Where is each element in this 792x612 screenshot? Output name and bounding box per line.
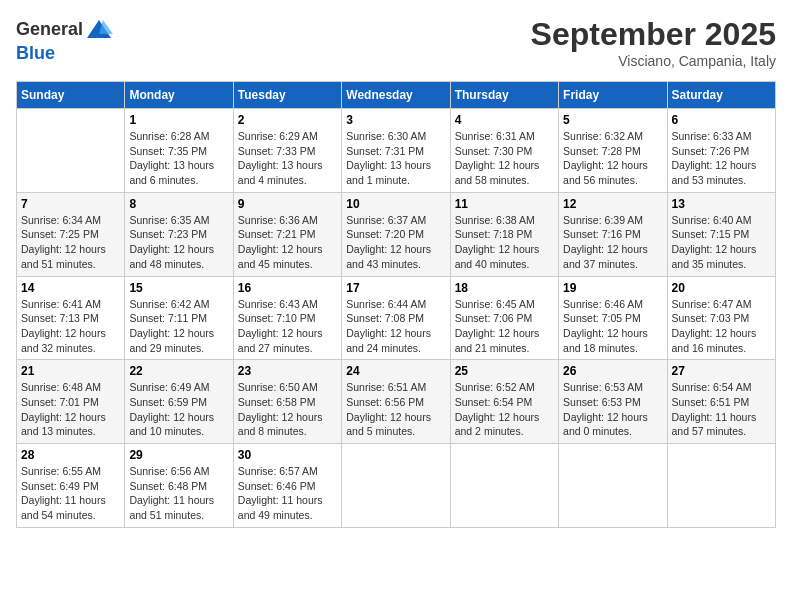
day-number: 28 — [21, 448, 120, 462]
calendar-week-row: 14Sunrise: 6:41 AM Sunset: 7:13 PM Dayli… — [17, 276, 776, 360]
day-info: Sunrise: 6:36 AM Sunset: 7:21 PM Dayligh… — [238, 213, 337, 272]
day-number: 6 — [672, 113, 771, 127]
day-info: Sunrise: 6:47 AM Sunset: 7:03 PM Dayligh… — [672, 297, 771, 356]
day-number: 8 — [129, 197, 228, 211]
day-number: 24 — [346, 364, 445, 378]
day-info: Sunrise: 6:33 AM Sunset: 7:26 PM Dayligh… — [672, 129, 771, 188]
day-number: 20 — [672, 281, 771, 295]
day-info: Sunrise: 6:48 AM Sunset: 7:01 PM Dayligh… — [21, 380, 120, 439]
logo-general: General — [16, 20, 83, 40]
day-info: Sunrise: 6:55 AM Sunset: 6:49 PM Dayligh… — [21, 464, 120, 523]
calendar-cell: 27Sunrise: 6:54 AM Sunset: 6:51 PM Dayli… — [667, 360, 775, 444]
page-header: General Blue September 2025 Visciano, Ca… — [16, 16, 776, 69]
calendar-cell: 29Sunrise: 6:56 AM Sunset: 6:48 PM Dayli… — [125, 444, 233, 528]
day-number: 19 — [563, 281, 662, 295]
day-info: Sunrise: 6:44 AM Sunset: 7:08 PM Dayligh… — [346, 297, 445, 356]
calendar-cell: 10Sunrise: 6:37 AM Sunset: 7:20 PM Dayli… — [342, 192, 450, 276]
day-info: Sunrise: 6:56 AM Sunset: 6:48 PM Dayligh… — [129, 464, 228, 523]
calendar-table: SundayMondayTuesdayWednesdayThursdayFrid… — [16, 81, 776, 528]
calendar-cell: 18Sunrise: 6:45 AM Sunset: 7:06 PM Dayli… — [450, 276, 558, 360]
calendar-cell: 12Sunrise: 6:39 AM Sunset: 7:16 PM Dayli… — [559, 192, 667, 276]
day-info: Sunrise: 6:45 AM Sunset: 7:06 PM Dayligh… — [455, 297, 554, 356]
calendar-week-row: 21Sunrise: 6:48 AM Sunset: 7:01 PM Dayli… — [17, 360, 776, 444]
weekday-header-thursday: Thursday — [450, 82, 558, 109]
day-info: Sunrise: 6:32 AM Sunset: 7:28 PM Dayligh… — [563, 129, 662, 188]
day-number: 27 — [672, 364, 771, 378]
day-info: Sunrise: 6:37 AM Sunset: 7:20 PM Dayligh… — [346, 213, 445, 272]
calendar-cell: 14Sunrise: 6:41 AM Sunset: 7:13 PM Dayli… — [17, 276, 125, 360]
day-info: Sunrise: 6:34 AM Sunset: 7:25 PM Dayligh… — [21, 213, 120, 272]
calendar-cell — [342, 444, 450, 528]
day-info: Sunrise: 6:46 AM Sunset: 7:05 PM Dayligh… — [563, 297, 662, 356]
logo-icon — [85, 16, 113, 44]
day-number: 10 — [346, 197, 445, 211]
day-number: 12 — [563, 197, 662, 211]
day-info: Sunrise: 6:28 AM Sunset: 7:35 PM Dayligh… — [129, 129, 228, 188]
day-number: 18 — [455, 281, 554, 295]
calendar-cell — [17, 109, 125, 193]
logo-blue: Blue — [16, 44, 113, 64]
day-number: 30 — [238, 448, 337, 462]
calendar-cell: 6Sunrise: 6:33 AM Sunset: 7:26 PM Daylig… — [667, 109, 775, 193]
calendar-cell: 19Sunrise: 6:46 AM Sunset: 7:05 PM Dayli… — [559, 276, 667, 360]
calendar-cell: 23Sunrise: 6:50 AM Sunset: 6:58 PM Dayli… — [233, 360, 341, 444]
weekday-header-monday: Monday — [125, 82, 233, 109]
day-info: Sunrise: 6:35 AM Sunset: 7:23 PM Dayligh… — [129, 213, 228, 272]
day-number: 16 — [238, 281, 337, 295]
day-info: Sunrise: 6:42 AM Sunset: 7:11 PM Dayligh… — [129, 297, 228, 356]
day-number: 14 — [21, 281, 120, 295]
day-info: Sunrise: 6:30 AM Sunset: 7:31 PM Dayligh… — [346, 129, 445, 188]
calendar-cell: 4Sunrise: 6:31 AM Sunset: 7:30 PM Daylig… — [450, 109, 558, 193]
day-info: Sunrise: 6:39 AM Sunset: 7:16 PM Dayligh… — [563, 213, 662, 272]
day-number: 26 — [563, 364, 662, 378]
calendar-cell: 16Sunrise: 6:43 AM Sunset: 7:10 PM Dayli… — [233, 276, 341, 360]
location: Visciano, Campania, Italy — [531, 53, 776, 69]
day-number: 23 — [238, 364, 337, 378]
calendar-week-row: 28Sunrise: 6:55 AM Sunset: 6:49 PM Dayli… — [17, 444, 776, 528]
day-number: 7 — [21, 197, 120, 211]
day-number: 25 — [455, 364, 554, 378]
calendar-cell: 9Sunrise: 6:36 AM Sunset: 7:21 PM Daylig… — [233, 192, 341, 276]
calendar-cell: 20Sunrise: 6:47 AM Sunset: 7:03 PM Dayli… — [667, 276, 775, 360]
calendar-cell: 5Sunrise: 6:32 AM Sunset: 7:28 PM Daylig… — [559, 109, 667, 193]
month-title: September 2025 — [531, 16, 776, 53]
calendar-cell: 7Sunrise: 6:34 AM Sunset: 7:25 PM Daylig… — [17, 192, 125, 276]
weekday-header-saturday: Saturday — [667, 82, 775, 109]
calendar-cell — [559, 444, 667, 528]
calendar-cell — [667, 444, 775, 528]
day-info: Sunrise: 6:52 AM Sunset: 6:54 PM Dayligh… — [455, 380, 554, 439]
calendar-cell: 28Sunrise: 6:55 AM Sunset: 6:49 PM Dayli… — [17, 444, 125, 528]
calendar-cell: 1Sunrise: 6:28 AM Sunset: 7:35 PM Daylig… — [125, 109, 233, 193]
day-number: 22 — [129, 364, 228, 378]
calendar-cell — [450, 444, 558, 528]
calendar-cell: 25Sunrise: 6:52 AM Sunset: 6:54 PM Dayli… — [450, 360, 558, 444]
title-block: September 2025 Visciano, Campania, Italy — [531, 16, 776, 69]
calendar-cell: 8Sunrise: 6:35 AM Sunset: 7:23 PM Daylig… — [125, 192, 233, 276]
day-info: Sunrise: 6:57 AM Sunset: 6:46 PM Dayligh… — [238, 464, 337, 523]
calendar-cell: 2Sunrise: 6:29 AM Sunset: 7:33 PM Daylig… — [233, 109, 341, 193]
day-number: 21 — [21, 364, 120, 378]
day-info: Sunrise: 6:51 AM Sunset: 6:56 PM Dayligh… — [346, 380, 445, 439]
day-info: Sunrise: 6:50 AM Sunset: 6:58 PM Dayligh… — [238, 380, 337, 439]
day-number: 3 — [346, 113, 445, 127]
day-info: Sunrise: 6:31 AM Sunset: 7:30 PM Dayligh… — [455, 129, 554, 188]
calendar-cell: 17Sunrise: 6:44 AM Sunset: 7:08 PM Dayli… — [342, 276, 450, 360]
day-number: 5 — [563, 113, 662, 127]
calendar-cell: 3Sunrise: 6:30 AM Sunset: 7:31 PM Daylig… — [342, 109, 450, 193]
calendar-cell: 26Sunrise: 6:53 AM Sunset: 6:53 PM Dayli… — [559, 360, 667, 444]
day-info: Sunrise: 6:40 AM Sunset: 7:15 PM Dayligh… — [672, 213, 771, 272]
calendar-cell: 30Sunrise: 6:57 AM Sunset: 6:46 PM Dayli… — [233, 444, 341, 528]
weekday-header-row: SundayMondayTuesdayWednesdayThursdayFrid… — [17, 82, 776, 109]
weekday-header-tuesday: Tuesday — [233, 82, 341, 109]
calendar-week-row: 7Sunrise: 6:34 AM Sunset: 7:25 PM Daylig… — [17, 192, 776, 276]
calendar-cell: 15Sunrise: 6:42 AM Sunset: 7:11 PM Dayli… — [125, 276, 233, 360]
day-number: 29 — [129, 448, 228, 462]
calendar-week-row: 1Sunrise: 6:28 AM Sunset: 7:35 PM Daylig… — [17, 109, 776, 193]
day-info: Sunrise: 6:38 AM Sunset: 7:18 PM Dayligh… — [455, 213, 554, 272]
calendar-cell: 22Sunrise: 6:49 AM Sunset: 6:59 PM Dayli… — [125, 360, 233, 444]
day-info: Sunrise: 6:43 AM Sunset: 7:10 PM Dayligh… — [238, 297, 337, 356]
day-number: 11 — [455, 197, 554, 211]
calendar-cell: 11Sunrise: 6:38 AM Sunset: 7:18 PM Dayli… — [450, 192, 558, 276]
day-number: 9 — [238, 197, 337, 211]
calendar-cell: 24Sunrise: 6:51 AM Sunset: 6:56 PM Dayli… — [342, 360, 450, 444]
